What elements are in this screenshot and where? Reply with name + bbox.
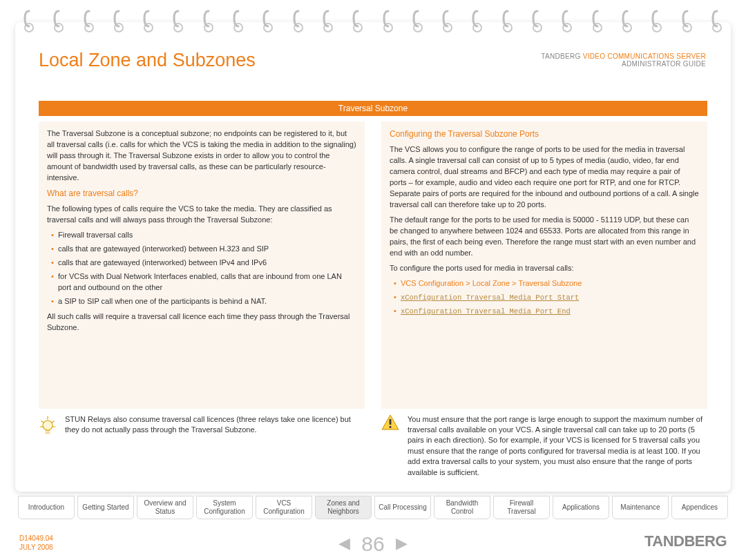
section-banner: Traversal Subzone <box>39 101 707 116</box>
spiral-ring <box>233 10 244 33</box>
page-number: 86 <box>361 532 384 555</box>
svg-rect-27 <box>390 426 392 428</box>
list-item[interactable]: xConfiguration Traversal Media Port Star… <box>394 292 699 303</box>
spiral-ring <box>502 10 513 33</box>
traversal-intro: The following types of calls require the… <box>47 204 356 226</box>
traversal-list: Firewall traversal calls calls that are … <box>47 230 356 307</box>
tab-applications[interactable]: Applications <box>553 496 609 519</box>
content-columns: The Traversal Subzone is a conceptual su… <box>39 122 707 409</box>
config-p1: The VCS allows you to configure the rang… <box>390 144 699 211</box>
svg-point-24 <box>43 421 52 430</box>
traversal-heading: What are traversal calls? <box>47 188 356 200</box>
tab-appendices[interactable]: Appendices <box>671 496 728 519</box>
spiral-ring <box>472 10 483 33</box>
spiral-ring <box>173 10 184 33</box>
intro-text: The Traversal Subzone is a conceptual su… <box>47 128 356 184</box>
traversal-after: All such calls will require a traversal … <box>47 311 356 334</box>
list-item[interactable]: xConfiguration Traversal Media Port End <box>394 306 699 317</box>
page-nav: ◀ 86 ▶ <box>0 532 746 556</box>
prev-page-arrow-icon[interactable]: ◀ <box>333 534 356 552</box>
tab-system-config[interactable]: System Configuration <box>196 496 253 519</box>
guide-subtitle: ADMINISTRATOR GUIDE <box>622 60 706 68</box>
list-item[interactable]: VCS Configuration > Local Zone > Travers… <box>394 278 699 289</box>
spiral-ring <box>323 10 334 33</box>
notes-row: STUN Relays also consume traversal call … <box>39 414 707 478</box>
spiral-ring <box>592 10 603 33</box>
spiral-ring <box>532 10 543 33</box>
spiral-ring <box>352 10 363 33</box>
list-item: for VCSs with Dual Network Interfaces en… <box>51 271 356 293</box>
tab-maintenance[interactable]: Maintenance <box>612 496 669 519</box>
list-item: calls that are gatewayed (interworked) b… <box>51 258 356 269</box>
tab-call-processing[interactable]: Call Processing <box>374 496 431 519</box>
tab-bandwidth[interactable]: Bandwidth Control <box>434 496 490 519</box>
warning-text: You must ensure that the port range is l… <box>408 414 707 478</box>
spiral-ring <box>562 10 573 33</box>
tip-note: STUN Relays also consume traversal call … <box>39 414 365 478</box>
nav-path-link[interactable]: VCS Configuration > Local Zone > Travers… <box>401 279 582 287</box>
spiral-ring <box>113 10 124 33</box>
spiral-ring <box>622 10 633 33</box>
spiral-ring <box>711 10 723 33</box>
spiral-ring <box>651 10 662 33</box>
spiral-ring <box>682 10 693 33</box>
tab-vcs-config[interactable]: VCS Configuration <box>256 496 312 519</box>
spiral-ring <box>262 10 274 33</box>
warning-note: You must ensure that the port range is l… <box>381 414 707 478</box>
tab-zones-neighbors[interactable]: Zones and Neighbors <box>315 496 372 519</box>
config-p3: To configure the ports used for media in… <box>390 263 699 274</box>
spiral-ring <box>412 10 423 33</box>
spiral-ring <box>84 10 95 33</box>
cli-command-link[interactable]: xConfiguration Traversal Media Port Star… <box>401 293 579 302</box>
list-item: Firewall traversal calls <box>51 230 356 241</box>
page-title: Local Zone and Subzones <box>39 50 256 71</box>
tab-firewall[interactable]: Firewall Traversal <box>493 496 550 519</box>
nav-tabs: Introduction Getting Started Overview an… <box>18 496 728 519</box>
config-heading: Configuring the Traversal Subzone Ports <box>390 128 699 140</box>
brand-name: TANDBERG <box>541 52 580 60</box>
brand-logo: TANDBERG <box>644 532 727 550</box>
spiral-ring <box>53 10 64 33</box>
list-item: calls that are gatewayed (interworked) b… <box>51 244 356 255</box>
spiral-ring <box>293 10 304 33</box>
svg-rect-26 <box>390 419 392 425</box>
spiral-ring <box>442 10 453 33</box>
next-page-arrow-icon[interactable]: ▶ <box>390 534 413 552</box>
right-column: Configuring the Traversal Subzone Ports … <box>381 122 707 409</box>
cli-command-link[interactable]: xConfiguration Traversal Media Port End <box>401 307 571 316</box>
spiral-ring <box>23 10 35 33</box>
lightbulb-icon <box>39 414 58 478</box>
spiral-ring <box>203 10 214 33</box>
tab-overview-status[interactable]: Overview and Status <box>137 496 193 519</box>
left-column: The Traversal Subzone is a conceptual su… <box>39 122 365 409</box>
tab-introduction[interactable]: Introduction <box>18 496 75 519</box>
spiral-ring <box>383 10 394 33</box>
header-right: TANDBERG VIDEO COMMUNICATIONS SERVER ADM… <box>541 52 706 68</box>
page-sheet: Local Zone and Subzones TANDBERG VIDEO C… <box>15 22 731 492</box>
spiral-binding: document.write(Array.from({length:24}).m… <box>0 10 746 35</box>
product-name: VIDEO COMMUNICATIONS SERVER <box>583 52 706 60</box>
config-p2: The default range for the ports to be us… <box>390 215 699 259</box>
tab-getting-started[interactable]: Getting Started <box>77 496 134 519</box>
tip-text: STUN Relays also consume traversal call … <box>65 414 365 478</box>
list-item: a SIP to SIP call when one of the partic… <box>51 296 356 307</box>
spiral-ring <box>143 10 154 33</box>
config-list: VCS Configuration > Local Zone > Travers… <box>390 278 699 317</box>
warning-icon <box>381 414 401 478</box>
